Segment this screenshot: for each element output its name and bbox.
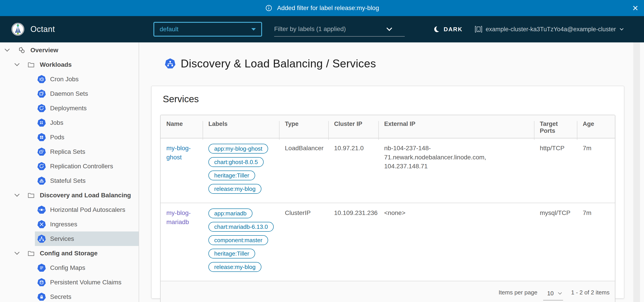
column-header-cluster-ip: Cluster IP: [328, 115, 378, 140]
sidebar-item-deployments[interactable]: Deployments: [0, 101, 139, 115]
replication-controllers-icon: [37, 162, 46, 171]
cluster-selector[interactable]: example-cluster-ka3TuTzYo4a@example-clus…: [474, 16, 623, 42]
sidebar-item-label: Deployments: [50, 105, 86, 112]
label-filter-text: Filter by labels (1 applied): [274, 25, 346, 33]
sidebar-item-label: Pods: [50, 134, 64, 141]
jobs-icon: [37, 118, 46, 127]
sidebar-item-label: Discovery and Load Balancing: [40, 192, 131, 199]
label-pill[interactable]: heritage:Tiller: [208, 170, 255, 180]
sidebar-group-workloads[interactable]: Workloads: [0, 57, 139, 72]
page-size-value: 10: [547, 290, 554, 297]
sidebar-nav: Overview Workloads Cron Jobs Daemon S: [0, 42, 139, 302]
chevron-down-icon[interactable]: [14, 250, 20, 255]
sidebar-group-config-and-storage[interactable]: Config and Storage: [0, 246, 139, 261]
page-title: Discovery & Load Balancing / Services: [181, 57, 376, 70]
moon-icon: [434, 26, 441, 33]
column-header-type: Type: [279, 115, 328, 140]
sidebar-item-services[interactable]: Services: [0, 231, 139, 246]
folder-icon: [27, 191, 35, 199]
age-cell: 7m: [577, 138, 615, 203]
daemon-sets-icon: [37, 89, 46, 98]
sidebar-item-label: Config and Storage: [40, 250, 98, 257]
label-filter-dropdown[interactable]: Filter by labels (1 applied): [274, 22, 405, 37]
column-header-external-ip: External IP: [378, 115, 534, 140]
sidebar-item-horizontal-pod-autoscalers[interactable]: Horizontal Pod Autoscalers: [0, 202, 139, 217]
table-header-row: Name Labels Type Cluster IP External IP …: [160, 115, 615, 138]
config-maps-icon: [37, 263, 46, 272]
sidebar-item-label: Services: [50, 235, 74, 242]
sidebar-item-overview[interactable]: Overview: [0, 43, 139, 57]
sidebar-item-label: Jobs: [50, 119, 63, 126]
caret-down-icon: [251, 28, 256, 31]
sidebar-group-discovery-and-load-balancing[interactable]: Discovery and Load Balancing: [0, 188, 139, 202]
ingresses-icon: [37, 220, 46, 229]
sidebar-item-replica-sets[interactable]: Replica Sets: [0, 145, 139, 159]
replica-sets-icon: [37, 147, 46, 156]
theme-toggle-button[interactable]: DARK: [432, 16, 465, 42]
namespace-select[interactable]: default: [154, 22, 262, 37]
sidebar-item-pods[interactable]: Pods: [0, 130, 139, 145]
label-pill[interactable]: release:my-blog: [208, 262, 262, 272]
alert-banner: Added filter for label release:my-blog ×: [0, 0, 644, 16]
services-icon: [37, 234, 46, 243]
sidebar-item-label: Workloads: [40, 61, 72, 68]
services-card: Services Name Labels Type Cluster IP Ext…: [151, 86, 624, 299]
label-pill[interactable]: app:mariadb: [208, 208, 252, 218]
service-link[interactable]: my-blog-mariadb: [166, 209, 191, 225]
table-row: my-blog-ghost app:my-blog-ghost chart:gh…: [160, 138, 615, 203]
sidebar-item-label: Daemon Sets: [50, 90, 88, 97]
chevron-down-icon[interactable]: [14, 61, 20, 66]
chevron-down-icon: [558, 291, 562, 295]
pagination-range: 1 - 2 of 2 items: [571, 289, 610, 296]
sidebar-item-label: Ingresses: [50, 221, 77, 228]
column-header-age: Age: [577, 115, 615, 140]
pods-icon: [37, 133, 46, 142]
brand: Octant: [11, 16, 55, 42]
sidebar-item-daemon-sets[interactable]: Daemon Sets: [0, 86, 139, 101]
sidebar-item-label: Replica Sets: [50, 148, 85, 155]
sidebar-item-stateful-sets[interactable]: Stateful Sets: [0, 173, 139, 188]
close-icon[interactable]: ×: [632, 4, 638, 12]
sidebar-item-replication-controllers[interactable]: Replication Controllers: [0, 159, 139, 173]
folder-icon: [27, 61, 35, 69]
service-link[interactable]: my-blog-ghost: [166, 145, 191, 161]
label-pill[interactable]: chart:mariadb-6.13.0: [208, 222, 274, 232]
horizontal-pod-autoscalers-icon: [37, 205, 46, 214]
column-header-labels: Labels: [202, 115, 279, 140]
page-size-select[interactable]: 10: [543, 290, 563, 301]
persistent-volume-claims-icon: [37, 278, 46, 287]
chevron-down-icon[interactable]: [14, 191, 20, 197]
type-cell: LoadBalancer: [279, 138, 328, 203]
page-scrollbar[interactable]: [633, 42, 640, 302]
cron-jobs-icon: [37, 75, 46, 84]
main-content: Discovery & Load Balancing / Services Se…: [140, 42, 644, 302]
sidebar-item-jobs[interactable]: Jobs: [0, 115, 139, 130]
sidebar-item-ingresses[interactable]: Ingresses: [0, 217, 139, 231]
namespace-value: default: [160, 26, 178, 33]
age-cell: 7m: [577, 203, 615, 281]
sidebar-item-label: Cron Jobs: [50, 76, 79, 83]
sidebar-item-persistent-volume-claims[interactable]: Persistent Volume Claims: [0, 275, 139, 290]
label-pill[interactable]: release:my-blog: [208, 184, 262, 194]
sidebar-item-config-maps[interactable]: Config Maps: [0, 261, 139, 275]
external-ip-cell: nb-104-237-148-71.newark.nodebalancer.li…: [378, 138, 534, 203]
labels-cell: app:mariadb chart:mariadb-6.13.0 compone…: [202, 203, 279, 281]
deployments-icon: [37, 104, 46, 113]
chevron-down-icon: [386, 25, 392, 31]
label-pill[interactable]: component:master: [208, 235, 268, 245]
external-ip-cell: <none>: [378, 203, 534, 281]
label-pill[interactable]: heritage:Tiller: [208, 249, 255, 259]
target-ports-cell: http/TCP: [534, 138, 577, 203]
octant-logo: [11, 22, 24, 36]
applications-icon: [18, 46, 26, 54]
target-ports-cell: mysql/TCP: [534, 203, 577, 281]
sidebar-item-label: Stateful Sets: [50, 177, 86, 184]
chevron-down-icon[interactable]: [5, 46, 10, 52]
sidebar-item-cron-jobs[interactable]: Cron Jobs: [0, 72, 139, 86]
sidebar-item-secrets[interactable]: Secrets: [0, 290, 139, 302]
name-cell: my-blog-mariadb: [160, 203, 202, 281]
label-pill[interactable]: app:my-blog-ghost: [208, 144, 268, 153]
theme-toggle-label: DARK: [444, 26, 463, 33]
page-title-row: Discovery & Load Balancing / Services: [164, 57, 376, 70]
label-pill[interactable]: chart:ghost-8.0.5: [208, 157, 264, 167]
